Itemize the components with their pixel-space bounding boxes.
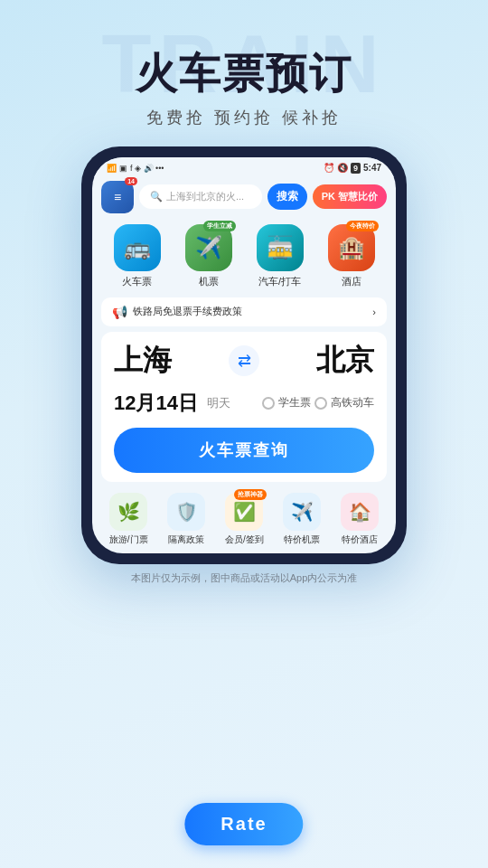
time-display: 5:47 (363, 163, 381, 173)
category-hotel-label: 酒店 (342, 275, 361, 288)
app-icons: f ◈ 🔊 ••• (130, 164, 164, 173)
rate-button[interactable]: Rate (184, 803, 303, 845)
ticket-search-button[interactable]: 火车票查询 (114, 428, 374, 473)
wifi-icon: 📶 (107, 164, 117, 173)
category-train-label: 火车票 (122, 275, 152, 288)
search-button[interactable]: 搜索 (267, 184, 307, 210)
bottom-nav: 🌿 旅游/门票 🛡️ 隔离政策 抢票神器 ✅ 会员/签到 (92, 487, 396, 553)
route-row: 上海 ⇄ 北京 (114, 341, 374, 381)
hotel-badge: 今夜特价 (346, 221, 379, 231)
swap-cities-button[interactable]: ⇄ (229, 345, 259, 376)
nav-cheap-flight-label: 特价机票 (284, 533, 320, 546)
hero-subtitle: 免费抢 预约抢 候补抢 (0, 107, 488, 128)
category-flight-label: 机票 (199, 275, 219, 288)
student-ticket-label: 学生票 (278, 395, 311, 410)
hero-section: 火车票预订 免费抢 预约抢 候补抢 (0, 0, 488, 128)
phone-frame: 📶 ▣ f ◈ 🔊 ••• ⏰ 🔇 9 5:47 ≡ 14 � (81, 146, 407, 564)
hero-title: 火车票预订 (0, 50, 488, 98)
member-badge: 抢票神器 (234, 489, 267, 500)
category-row: 🚌 火车票 学生立减 ✈️ 机票 🚋 汽车/打车 (92, 221, 396, 296)
cheap-flight-icon: ✈️ (291, 501, 314, 523)
pk-compare-button[interactable]: PK 智慧比价 (313, 184, 387, 209)
nav-cheap-flight[interactable]: ✈️ 特价机票 (283, 493, 321, 546)
nav-quarantine-label: 隔离政策 (168, 533, 204, 546)
student-ticket-radio[interactable] (262, 397, 275, 410)
battery-indicator: 9 (351, 163, 361, 174)
app-logo-icon[interactable]: ≡ 14 (101, 181, 134, 213)
bus-icon: 🚋 (267, 235, 294, 260)
nav-travel[interactable]: 🌿 旅游/门票 (109, 493, 148, 546)
date-subtitle: 明天 (207, 395, 230, 411)
notice-icon: 📢 (112, 305, 127, 319)
signal-icon: ▣ (119, 164, 127, 173)
nav-cheap-hotel-label: 特价酒店 (342, 533, 378, 546)
gaotie-radio[interactable] (314, 397, 327, 410)
status-bar: 📶 ▣ f ◈ 🔊 ••• ⏰ 🔇 9 5:47 (92, 157, 396, 177)
nav-travel-label: 旅游/门票 (109, 533, 148, 546)
phone-screen: 📶 ▣ f ◈ 🔊 ••• ⏰ 🔇 9 5:47 ≡ 14 � (92, 157, 396, 553)
category-flight[interactable]: 学生立减 ✈️ 机票 (185, 224, 232, 288)
cheap-hotel-icon: 🏠 (349, 501, 371, 523)
status-left: 📶 ▣ f ◈ 🔊 ••• (107, 164, 164, 173)
ticket-type-row: 学生票 高铁动车 (262, 395, 374, 410)
alarm-icon: ⏰ (324, 163, 334, 173)
travel-icon: 🌿 (117, 501, 140, 523)
search-row: ≡ 14 🔍 上海到北京的火... 搜索 PK 智慧比价 (92, 177, 396, 221)
nav-member[interactable]: 抢票神器 ✅ 会员/签到 (225, 493, 264, 546)
hotel-icon: 🏨 (338, 235, 365, 260)
app-badge: 14 (125, 177, 137, 185)
member-icon: ✅ (233, 501, 256, 523)
category-bus-label: 汽车/打车 (258, 275, 301, 288)
category-hotel[interactable]: 今夜特价 🏨 酒店 (328, 224, 375, 288)
date-row: 12月14日 明天 学生票 高铁动车 (114, 390, 374, 417)
search-icon: 🔍 (150, 191, 163, 203)
nav-quarantine[interactable]: 🛡️ 隔离政策 (167, 493, 205, 546)
ticket-area: 上海 ⇄ 北京 12月14日 明天 学生票 高铁动车 火车票查询 (101, 332, 387, 482)
from-city[interactable]: 上海 (114, 341, 172, 381)
quarantine-icon: 🛡️ (175, 501, 198, 523)
notice-text: 铁路局免退票手续费政策 (133, 305, 242, 318)
nav-member-label: 会员/签到 (225, 533, 264, 546)
app-logo-symbol: ≡ (114, 190, 121, 204)
search-placeholder-text: 上海到北京的火... (166, 190, 244, 203)
notice-left: 📢 铁路局免退票手续费政策 (112, 305, 242, 319)
nav-cheap-hotel[interactable]: 🏠 特价酒店 (341, 493, 379, 546)
travel-date[interactable]: 12月14日 (114, 390, 198, 417)
rate-area: Rate (184, 803, 303, 845)
mute-icon: 🔇 (337, 163, 348, 173)
notice-arrow-icon: › (372, 307, 376, 317)
to-city[interactable]: 北京 (316, 341, 374, 381)
flight-badge: 学生立减 (203, 221, 236, 231)
gaotie-label: 高铁动车 (331, 395, 374, 410)
notice-bar[interactable]: 📢 铁路局免退票手续费政策 › (101, 297, 387, 326)
train-icon: 🚌 (124, 235, 151, 260)
disclaimer-text: 本图片仅为示例，图中商品或活动以App内公示为准 (0, 564, 488, 596)
search-input-field[interactable]: 🔍 上海到北京的火... (139, 184, 262, 209)
flight-icon: ✈️ (195, 235, 222, 260)
category-train[interactable]: 🚌 火车票 (114, 224, 161, 288)
phone-mockup: 📶 ▣ f ◈ 🔊 ••• ⏰ 🔇 9 5:47 ≡ 14 � (81, 146, 407, 564)
category-bus[interactable]: 🚋 汽车/打车 (257, 224, 304, 288)
status-right: ⏰ 🔇 9 5:47 (324, 163, 381, 174)
